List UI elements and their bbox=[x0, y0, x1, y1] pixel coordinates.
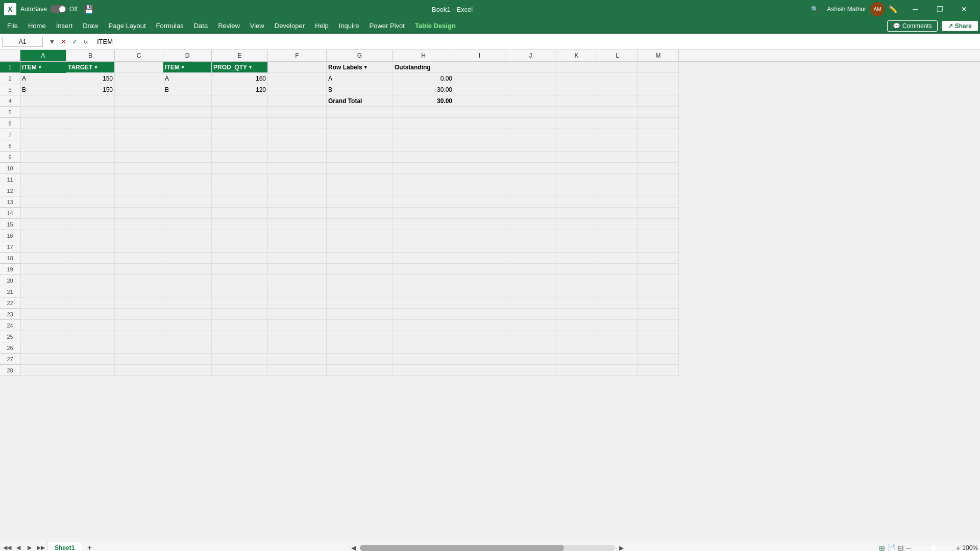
cell-h5[interactable] bbox=[393, 107, 454, 118]
pen-icon[interactable]: ✏️ bbox=[889, 5, 897, 13]
sheet-nav-first[interactable]: ◀◀ bbox=[2, 543, 12, 552]
cell-j23[interactable] bbox=[505, 309, 556, 320]
cell-m8[interactable] bbox=[638, 140, 679, 152]
col-header-f[interactable]: F bbox=[268, 50, 327, 61]
cell-i7[interactable] bbox=[454, 129, 505, 140]
cell-b10[interactable] bbox=[66, 163, 115, 174]
cell-g20[interactable] bbox=[327, 275, 393, 286]
sheet-add-button[interactable]: + bbox=[83, 542, 95, 552]
filter-arrow-e1[interactable]: ▼ bbox=[248, 65, 253, 70]
cell-f20[interactable] bbox=[268, 275, 327, 286]
cell-b5[interactable] bbox=[66, 107, 115, 118]
cell-c3[interactable] bbox=[115, 84, 163, 95]
cell-a22[interactable] bbox=[20, 297, 66, 309]
cell-k15[interactable] bbox=[556, 219, 597, 230]
cell-k26[interactable] bbox=[556, 342, 597, 354]
col-header-e[interactable]: E bbox=[212, 50, 268, 61]
cell-l1[interactable] bbox=[597, 62, 638, 73]
col-header-k[interactable]: K bbox=[556, 50, 597, 61]
cell-k5[interactable] bbox=[556, 107, 597, 118]
cell-a9[interactable] bbox=[20, 152, 66, 163]
cell-b18[interactable] bbox=[66, 253, 115, 264]
cell-h27[interactable] bbox=[393, 354, 454, 365]
menu-view[interactable]: View bbox=[245, 18, 270, 34]
formula-input[interactable] bbox=[95, 38, 978, 45]
cell-g16[interactable] bbox=[327, 230, 393, 241]
cell-c13[interactable] bbox=[115, 196, 163, 208]
menu-data[interactable]: Data bbox=[189, 18, 213, 34]
cell-b20[interactable] bbox=[66, 275, 115, 286]
sheet-nav-next[interactable]: ▶ bbox=[24, 543, 35, 552]
cell-l6[interactable] bbox=[597, 118, 638, 129]
cell-j25[interactable] bbox=[505, 331, 556, 342]
cell-h23[interactable] bbox=[393, 309, 454, 320]
cell-a11[interactable] bbox=[20, 174, 66, 185]
cell-f21[interactable] bbox=[268, 286, 327, 297]
cell-j9[interactable] bbox=[505, 152, 556, 163]
cell-g3[interactable]: B bbox=[327, 84, 393, 95]
cell-d16[interactable] bbox=[163, 230, 212, 241]
cell-m20[interactable] bbox=[638, 275, 679, 286]
row-num-27[interactable]: 27 bbox=[0, 354, 20, 365]
sheet-tab-sheet1[interactable]: Sheet1 bbox=[47, 542, 82, 551]
cell-i25[interactable] bbox=[454, 331, 505, 342]
cell-j24[interactable] bbox=[505, 320, 556, 331]
row-num-18[interactable]: 18 bbox=[0, 253, 20, 264]
cell-l11[interactable] bbox=[597, 174, 638, 185]
cell-i17[interactable] bbox=[454, 241, 505, 253]
search-button[interactable]: 🔍 bbox=[806, 1, 823, 17]
cell-e20[interactable] bbox=[212, 275, 268, 286]
scroll-left-icon[interactable]: ◀ bbox=[351, 544, 356, 552]
cell-k21[interactable] bbox=[556, 286, 597, 297]
cell-l7[interactable] bbox=[597, 129, 638, 140]
cell-a13[interactable] bbox=[20, 196, 66, 208]
cell-h15[interactable] bbox=[393, 219, 454, 230]
cell-g27[interactable] bbox=[327, 354, 393, 365]
menu-draw[interactable]: Draw bbox=[78, 18, 103, 34]
cell-g23[interactable] bbox=[327, 309, 393, 320]
row-num-26[interactable]: 26 bbox=[0, 342, 20, 354]
cell-b15[interactable] bbox=[66, 219, 115, 230]
cell-b16[interactable] bbox=[66, 230, 115, 241]
row-num-28[interactable]: 28 bbox=[0, 365, 20, 376]
menu-inquire[interactable]: Inquire bbox=[334, 18, 364, 34]
cell-l2[interactable] bbox=[597, 73, 638, 84]
cell-b7[interactable] bbox=[66, 129, 115, 140]
cell-i16[interactable] bbox=[454, 230, 505, 241]
zoom-out-icon[interactable]: ─ bbox=[906, 544, 911, 552]
col-header-a[interactable]: A bbox=[20, 50, 66, 61]
cell-c18[interactable] bbox=[115, 253, 163, 264]
horizontal-scrollbar[interactable] bbox=[360, 545, 615, 551]
cell-b23[interactable] bbox=[66, 309, 115, 320]
cell-i13[interactable] bbox=[454, 196, 505, 208]
cell-k23[interactable] bbox=[556, 309, 597, 320]
zoom-slider[interactable] bbox=[913, 547, 954, 549]
cell-l15[interactable] bbox=[597, 219, 638, 230]
cell-c7[interactable] bbox=[115, 129, 163, 140]
cell-a1[interactable]: ITEM ▼ bbox=[20, 62, 66, 73]
cell-e4[interactable] bbox=[212, 95, 268, 107]
cell-l28[interactable] bbox=[597, 365, 638, 376]
cell-l8[interactable] bbox=[597, 140, 638, 152]
cell-c2[interactable] bbox=[115, 73, 163, 84]
cell-l24[interactable] bbox=[597, 320, 638, 331]
cell-g1[interactable]: Row Labels ▼ bbox=[327, 62, 393, 73]
menu-pagelayout[interactable]: Page Layout bbox=[104, 18, 151, 34]
cell-l25[interactable] bbox=[597, 331, 638, 342]
filter-arrow-d1[interactable]: ▼ bbox=[181, 65, 185, 70]
row-num-23[interactable]: 23 bbox=[0, 309, 20, 320]
cell-a21[interactable] bbox=[20, 286, 66, 297]
formula-accept-icon[interactable]: ✓ bbox=[69, 37, 80, 47]
cell-i12[interactable] bbox=[454, 185, 505, 196]
cell-a7[interactable] bbox=[20, 129, 66, 140]
cell-m16[interactable] bbox=[638, 230, 679, 241]
cell-f17[interactable] bbox=[268, 241, 327, 253]
cell-c12[interactable] bbox=[115, 185, 163, 196]
cell-l16[interactable] bbox=[597, 230, 638, 241]
cell-j2[interactable] bbox=[505, 73, 556, 84]
cell-c27[interactable] bbox=[115, 354, 163, 365]
cell-m2[interactable] bbox=[638, 73, 679, 84]
cell-l13[interactable] bbox=[597, 196, 638, 208]
cell-c21[interactable] bbox=[115, 286, 163, 297]
cell-f11[interactable] bbox=[268, 174, 327, 185]
